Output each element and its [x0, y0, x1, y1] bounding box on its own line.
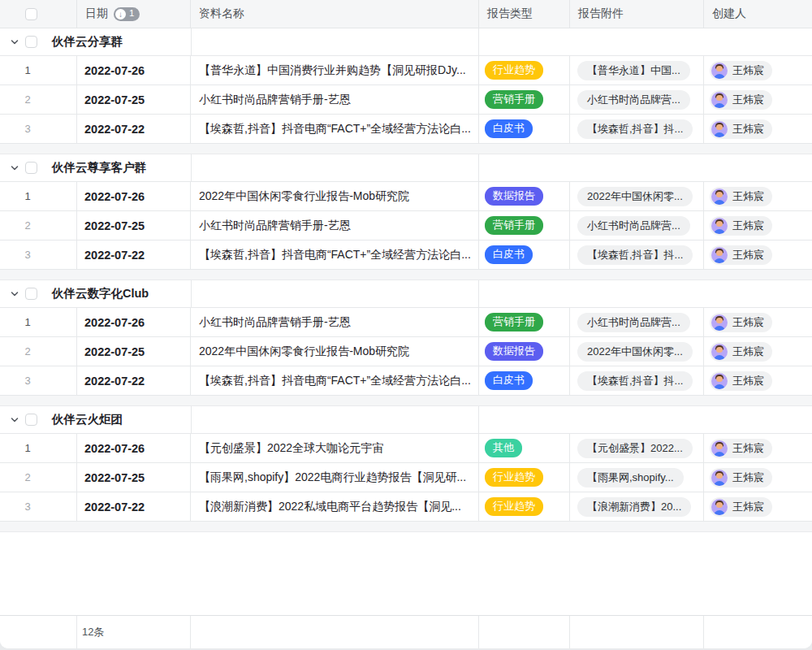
attachment-cell[interactable]: 【埃森哲,抖音】抖... [570, 115, 704, 143]
name-cell[interactable]: 2022年中国休闲零食行业报告-Mob研究院 [191, 337, 479, 366]
creator-chip[interactable]: 王炜宸 [710, 313, 772, 332]
table-row[interactable]: 12022-07-262022年中国休闲零食行业报告-Mob研究院数据报告202… [0, 182, 812, 211]
creator-chip[interactable]: 王炜宸 [710, 497, 772, 517]
attachment-cell[interactable]: 2022年中国休闲零... [570, 337, 704, 366]
attachment-chip[interactable]: 【元创盛景】2022... [577, 439, 693, 458]
attachment-chip[interactable]: 小红书时尚品牌营... [577, 313, 690, 332]
sort-badge[interactable]: ↓ 1 [114, 7, 140, 21]
group-checkbox[interactable] [25, 36, 37, 48]
group-checkbox[interactable] [25, 288, 37, 300]
creator-cell[interactable]: 王炜宸 [704, 211, 812, 240]
date-cell[interactable]: 2022-07-22 [77, 492, 191, 521]
type-cell[interactable]: 行业趋势 [479, 463, 570, 492]
name-cell[interactable]: 【浪潮新消费】2022私域电商平台趋势报告【洞见... [191, 492, 479, 521]
date-cell[interactable]: 2022-07-22 [77, 115, 191, 143]
attachment-chip[interactable]: 2022年中国休闲零... [577, 342, 693, 362]
attachment-cell[interactable]: 【浪潮新消费】20... [570, 492, 704, 521]
name-cell[interactable]: 2022年中国休闲零食行业报告-Mob研究院 [191, 182, 479, 210]
type-cell[interactable]: 其他 [479, 434, 570, 462]
creator-cell[interactable]: 王炜宸 [704, 463, 812, 492]
group-checkbox[interactable] [25, 162, 37, 174]
group-checkbox[interactable] [25, 414, 37, 426]
date-cell[interactable]: 2022-07-26 [77, 182, 191, 210]
attachment-cell[interactable]: 小红书时尚品牌营... [570, 85, 704, 114]
creator-chip[interactable]: 王炜宸 [710, 245, 772, 265]
name-cell[interactable]: 【元创盛景】2022全球大咖论元宇宙 [191, 434, 479, 462]
creator-cell[interactable]: 王炜宸 [704, 492, 812, 521]
attachment-chip[interactable]: 小红书时尚品牌营... [577, 216, 690, 236]
table-row[interactable]: 22022-07-25【雨果网,shopify】2022电商行业趋势报告【洞见研… [0, 463, 812, 492]
creator-cell[interactable]: 王炜宸 [704, 434, 812, 462]
creator-chip[interactable]: 王炜宸 [710, 342, 772, 362]
select-all-checkbox[interactable] [25, 8, 37, 20]
attachment-cell[interactable]: 2022年中国休闲零... [570, 182, 704, 210]
name-cell[interactable]: 【普华永道】中国消费行业并购趋势【洞见研报DJy... [191, 56, 479, 84]
name-cell[interactable]: 【埃森哲,抖音】抖音电商“FACT+”全域经营方法论白... [191, 366, 479, 395]
attachment-chip[interactable]: 小红书时尚品牌营... [577, 90, 690, 110]
table-row[interactable]: 32022-07-22【埃森哲,抖音】抖音电商“FACT+”全域经营方法论白..… [0, 240, 812, 270]
creator-cell[interactable]: 王炜宸 [704, 182, 812, 210]
type-cell[interactable]: 行业趋势 [479, 56, 570, 84]
type-cell[interactable]: 数据报告 [479, 337, 570, 366]
creator-cell[interactable]: 王炜宸 [704, 337, 812, 366]
chevron-down-icon[interactable] [9, 414, 20, 426]
creator-cell[interactable]: 王炜宸 [704, 308, 812, 336]
attachment-chip[interactable]: 【埃森哲,抖音】抖... [577, 245, 693, 265]
date-cell[interactable]: 2022-07-22 [77, 366, 191, 395]
creator-cell[interactable]: 王炜宸 [704, 85, 812, 114]
group-header-row[interactable]: 伙伴云分享群 [0, 28, 812, 56]
table-row[interactable]: 22022-07-25小红书时尚品牌营销手册-艺恩营销手册小红书时尚品牌营...… [0, 211, 812, 240]
attachment-cell[interactable]: 【埃森哲,抖音】抖... [570, 366, 704, 395]
header-creator[interactable]: 创建人 [704, 0, 812, 28]
attachment-chip[interactable]: 【雨果网,shopify... [577, 468, 684, 488]
header-name[interactable]: 资料名称 [191, 0, 479, 28]
group-header-row[interactable]: 伙伴云火炬团 [0, 406, 812, 434]
type-cell[interactable]: 白皮书 [479, 240, 570, 269]
date-cell[interactable]: 2022-07-25 [77, 337, 191, 366]
chevron-down-icon[interactable] [9, 162, 20, 174]
attachment-cell[interactable]: 小红书时尚品牌营... [570, 211, 704, 240]
name-cell[interactable]: 【埃森哲,抖音】抖音电商“FACT+”全域经营方法论白... [191, 115, 479, 143]
table-row[interactable]: 22022-07-252022年中国休闲零食行业报告-Mob研究院数据报告202… [0, 337, 812, 366]
date-cell[interactable]: 2022-07-25 [77, 211, 191, 240]
attachment-cell[interactable]: 【雨果网,shopify... [570, 463, 704, 492]
name-cell[interactable]: 小红书时尚品牌营销手册-艺恩 [191, 85, 479, 114]
table-row[interactable]: 12022-07-26【元创盛景】2022全球大咖论元宇宙其他【元创盛景】202… [0, 434, 812, 463]
name-cell[interactable]: 小红书时尚品牌营销手册-艺恩 [191, 308, 479, 336]
group-header-row[interactable]: 伙伴云尊享客户群 [0, 154, 812, 182]
attachment-chip[interactable]: 【浪潮新消费】20... [577, 497, 691, 517]
type-cell[interactable]: 营销手册 [479, 211, 570, 240]
type-cell[interactable]: 白皮书 [479, 366, 570, 395]
table-row[interactable]: 32022-07-22【埃森哲,抖音】抖音电商“FACT+”全域经营方法论白..… [0, 115, 812, 144]
creator-chip[interactable]: 王炜宸 [710, 90, 772, 110]
attachment-chip[interactable]: 2022年中国休闲零... [577, 187, 693, 206]
header-date[interactable]: 日期 ↓ 1 [77, 0, 191, 28]
name-cell[interactable]: 【雨果网,shopify】2022电商行业趋势报告【洞见研... [191, 463, 479, 492]
date-cell[interactable]: 2022-07-22 [77, 240, 191, 269]
creator-chip[interactable]: 王炜宸 [710, 468, 772, 488]
table-row[interactable]: 12022-07-26小红书时尚品牌营销手册-艺恩营销手册小红书时尚品牌营...… [0, 308, 812, 337]
attachment-chip[interactable]: 【埃森哲,抖音】抖... [577, 119, 693, 139]
header-attachment[interactable]: 报告附件 [570, 0, 704, 28]
creator-cell[interactable]: 王炜宸 [704, 240, 812, 269]
creator-chip[interactable]: 王炜宸 [710, 371, 772, 391]
creator-chip[interactable]: 王炜宸 [710, 439, 772, 458]
attachment-chip[interactable]: 【埃森哲,抖音】抖... [577, 371, 693, 391]
attachment-cell[interactable]: 【埃森哲,抖音】抖... [570, 240, 704, 269]
attachment-chip[interactable]: 【普华永道】中国... [577, 61, 690, 80]
chevron-down-icon[interactable] [9, 37, 20, 48]
date-cell[interactable]: 2022-07-25 [77, 463, 191, 492]
group-header-row[interactable]: 伙伴云数字化Club [0, 280, 812, 308]
type-cell[interactable]: 行业趋势 [479, 492, 570, 521]
date-cell[interactable]: 2022-07-25 [77, 85, 191, 114]
table-row[interactable]: 22022-07-25小红书时尚品牌营销手册-艺恩营销手册小红书时尚品牌营...… [0, 85, 812, 115]
type-cell[interactable]: 数据报告 [479, 182, 570, 210]
header-select-cell[interactable] [0, 0, 77, 28]
creator-chip[interactable]: 王炜宸 [710, 61, 772, 80]
name-cell[interactable]: 小红书时尚品牌营销手册-艺恩 [191, 211, 479, 240]
attachment-cell[interactable]: 【元创盛景】2022... [570, 434, 704, 462]
attachment-cell[interactable]: 小红书时尚品牌营... [570, 308, 704, 336]
type-cell[interactable]: 营销手册 [479, 85, 570, 114]
attachment-cell[interactable]: 【普华永道】中国... [570, 56, 704, 84]
date-cell[interactable]: 2022-07-26 [77, 308, 191, 336]
